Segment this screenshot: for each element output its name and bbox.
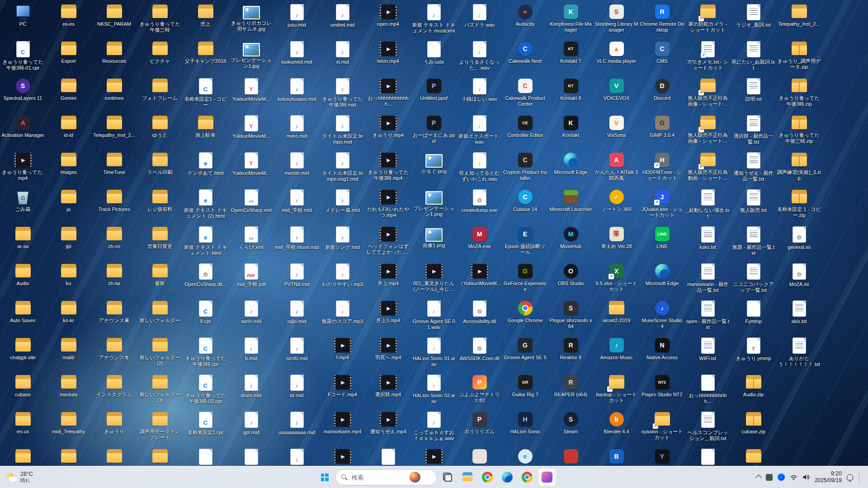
desktop-icon[interactable]: AActivation Manager — [0, 113, 46, 150]
desktop-icon[interactable]: C9.cpr — [183, 298, 228, 335]
desktop-icon[interactable]: RChrome Remote Desktop — [639, 2, 685, 39]
taskbar-clock[interactable]: 9:20 2025/09/19 — [815, 470, 842, 483]
desktop-icon[interactable]: ♪Groove Agent SE 01.wav — [411, 298, 457, 335]
desktop-icon[interactable]: KTKontakt 8 — [548, 76, 594, 113]
desktop-icon[interactable]: インスタグラム — [91, 372, 137, 409]
desktop-icon[interactable]: ▲VLC media player — [594, 39, 639, 76]
desktop-icon[interactable]: Microsoft Edge — [548, 150, 594, 187]
desktop-icon[interactable]: CCakewalk Next — [502, 39, 548, 76]
desktop-icon[interactable]: 父子キャンプ2018 — [183, 39, 228, 76]
desktop-icon[interactable]: Track Pictures — [91, 187, 137, 224]
desktop-icon[interactable]: ♪sirofo.mid — [274, 335, 320, 372]
search-box[interactable] — [335, 469, 437, 485]
desktop-icon[interactable]: ♪新規ソング.mid — [320, 224, 365, 261]
desktop-icon[interactable]: cubase.zip — [731, 409, 776, 446]
desktop-icon[interactable]: Audio.zip — [731, 372, 776, 409]
desktop-icon[interactable]: ♪新規 テキスト ドキュメント.musicxml — [411, 2, 457, 39]
desktop-icon[interactable]: アナウンス夏 — [91, 298, 137, 335]
desktop-icon[interactable]: ♪きゅうり食ってた午後3時.mid — [320, 76, 365, 113]
desktop-icon[interactable]: ♪新規エクスポート.wav — [457, 113, 502, 150]
desktop-icon[interactable]: ♪dram.mid — [228, 372, 274, 409]
desktop-icon[interactable]: en-us — [0, 409, 46, 446]
desktop-icon[interactable]: Telepathy_Inst_2... — [91, 113, 137, 150]
start-button[interactable] — [316, 468, 334, 486]
desktop-icon[interactable]: 名称未設定 1 - コピー.zip — [776, 187, 822, 224]
taskbar-app-edge[interactable] — [498, 468, 516, 486]
desktop-icon[interactable]: C名称未設定1.cpr — [183, 409, 228, 446]
desktop-icon[interactable]: DDiscord — [639, 76, 685, 113]
desktop-icon[interactable]: ↗万引きメモ.txt - ショートカット — [685, 39, 731, 76]
desktop-icon[interactable]: かるぐ.png — [411, 150, 457, 187]
desktop-icon[interactable]: GGIMP 3.0.4 — [639, 113, 685, 150]
desktop-icon[interactable]: ✓ノートン 360 — [594, 187, 639, 224]
desktop-icon[interactable]: おっhhhhhhhhhhhh... — [365, 76, 411, 113]
desktop-icon[interactable]: ♪kiokumed.mid — [274, 39, 320, 76]
desktop-icon[interactable]: open - 親作品一覧.txt — [685, 298, 731, 335]
desktop-icon[interactable]: ♪td.mid — [274, 372, 320, 409]
desktop-icon[interactable]: Telepathy_Inst_2... — [776, 2, 822, 39]
wifi-icon[interactable] — [790, 474, 797, 480]
desktop-icon[interactable]: きゅうり.mp4 — [365, 113, 411, 150]
desktop-icon[interactable]: Export — [46, 39, 91, 76]
desktop-icon[interactable]: midi_Telepathy — [46, 409, 91, 446]
desktop-icon[interactable]: teion.mp4 — [365, 39, 411, 76]
desktop-icon[interactable]: id-id — [46, 113, 91, 150]
chevron-up-icon[interactable] — [755, 474, 762, 481]
desktop-icon[interactable]: ヘルスコンプレッション＿歌詞.txt — [685, 409, 731, 446]
desktop-icon[interactable]: Yきゅうり.ymmp — [731, 335, 776, 372]
desktop-icon[interactable]: ↗無人販売不正行為画像 - ショートカット — [685, 113, 731, 150]
taskbar-app-file-explorer[interactable] — [458, 468, 476, 486]
desktop-icon[interactable]: 画像1.png — [411, 224, 457, 261]
desktop-icon[interactable]: ⚙general.ini — [776, 224, 822, 261]
desktop-icon[interactable]: 新しいフォルダー (3) — [137, 372, 183, 409]
desktop-icon[interactable]: 羽尻へ.mp4 — [365, 335, 411, 372]
desktop-icon[interactable]: ♪わかりやすい.mp3 — [320, 261, 365, 298]
desktop-icon[interactable]: ♪PVTNd.mid — [274, 261, 320, 298]
desktop-icon[interactable]: ↗無人販売不正行為画像 - ショートカッ... — [685, 76, 731, 113]
desktop-icon[interactable]: GRGuitar Rig 7 — [502, 372, 548, 409]
desktop-icon[interactable]: ⚙AWSSDK.Core.dll — [457, 335, 502, 372]
desktop-icon[interactable]: YYukkuriMovieM... — [228, 150, 274, 187]
desktop-icon[interactable]: レジ袋有料 — [137, 187, 183, 224]
desktop-icon[interactable]: 選択肢.mp4 — [365, 372, 411, 409]
desktop-icon[interactable]: ♪jusu.mid — [274, 2, 320, 39]
desktop-icon[interactable]: Cきゅうり食ってた午後3時-02.cpr — [183, 372, 228, 409]
desktop-icon[interactable]: 新しいフォルダー (2) — [137, 335, 183, 372]
desktop-icon[interactable]: ♪無題のスコア.mp3 — [320, 298, 365, 335]
desktop-icon[interactable]: f.mp4 — [320, 335, 365, 372]
desktop-icon[interactable]: C名称未設定1 - コピー — [183, 76, 228, 113]
desktop-icon[interactable]: Aかんたん！AITalk 3 関西風 — [594, 150, 639, 187]
desktop-icon[interactable]: ♪HALion Sonic 02.wav — [411, 372, 457, 409]
desktop-icon[interactable]: ♪umibet.mid — [320, 2, 365, 39]
desktop-icon[interactable]: manisekarin - 親作品一覧.txt — [685, 261, 731, 298]
desktop-icon[interactable]: PDFmid_学校.pdf — [228, 261, 274, 298]
desktop-icon[interactable]: Resources — [91, 39, 137, 76]
desktop-icon[interactable]: VVoiSona — [594, 113, 639, 150]
desktop-icon[interactable]: ↗backup - ショートカット — [594, 372, 639, 409]
desktop-icon[interactable]: SSteinberg Library Manager — [594, 2, 639, 39]
desktop-icon[interactable]: VVOICEVOX — [594, 76, 639, 113]
desktop-icon[interactable]: フォトフレーム — [137, 76, 183, 113]
desktop-icon[interactable]: akis.txt — [776, 298, 822, 335]
desktop-icon[interactable]: YYukkuriMovieM... — [228, 113, 274, 150]
desktop-icon[interactable]: Microsoft Edge — [639, 261, 685, 298]
desktop-icon[interactable]: _起動しない場合.txt — [685, 187, 731, 224]
desktop-icon[interactable]: Cきゅうり食ってた午後3時.cpr — [183, 335, 228, 372]
desktop-icon[interactable]: <>OpenCvSharp.xml — [228, 187, 274, 224]
desktop-icon[interactable]: ラベル印刷 — [137, 150, 183, 187]
desktop-icon[interactable]: ♪aorin.mid — [228, 298, 274, 335]
desktop-icon[interactable]: 調声練習(失敗)_3.zip — [776, 150, 822, 187]
desktop-icon[interactable]: ko-kr — [46, 298, 91, 335]
desktop-icon[interactable]: Images — [46, 150, 91, 187]
desktop-icon[interactable]: ゆうと — [137, 113, 183, 150]
desktop-icon[interactable]: ↗家の防犯カメラ - ショートカット — [685, 2, 731, 39]
desktop-icon[interactable]: 001_東北きりたん(ノーマル)_今じゃも... — [411, 261, 457, 298]
desktop-icon[interactable]: ♪meroin.mid — [274, 150, 320, 187]
desktop-icon[interactable]: Audio — [0, 261, 46, 298]
desktop-icon[interactable]: OOBS Studio — [548, 261, 594, 298]
desktop-icon[interactable]: H↗HDDFMT.exe - ショートカット — [639, 150, 685, 187]
desktop-icon[interactable]: ♪mid_学校 muse.mid — [274, 224, 320, 261]
desktop-icon[interactable]: ↗syasinn - ショートカット — [639, 409, 685, 446]
desktop-icon[interactable]: Gemini — [46, 76, 91, 113]
desktop-icon[interactable]: PC — [0, 2, 46, 39]
